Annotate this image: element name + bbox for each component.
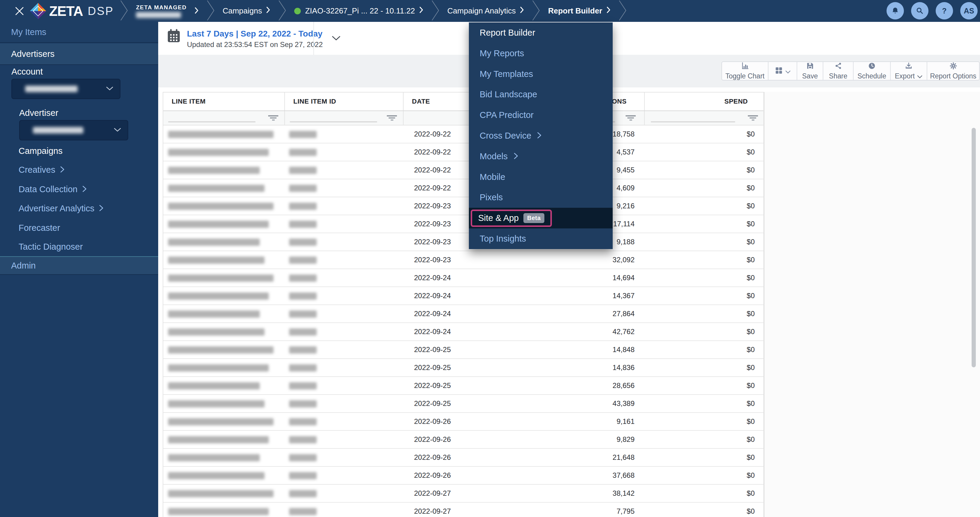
menu-item-models[interactable]: Models [469,146,612,167]
search-icon[interactable] [911,2,929,19]
gear-icon [950,62,957,71]
menu-item-report-builder[interactable]: Report Builder [469,22,612,43]
close-icon[interactable] [13,5,26,17]
masked-line-item-id [289,490,317,497]
chevron-down-icon [332,36,340,42]
menu-item-bid-landscape[interactable]: Bid Landscape [469,84,612,105]
account-value-masked [136,12,181,18]
filter-input[interactable] [651,121,735,122]
divider [313,22,314,55]
table-row[interactable]: 2022-09-2621,648$0 [163,449,764,467]
cell-date: 2022-09-25 [414,346,451,354]
breadcrumb-separator-icon [207,0,215,22]
breadcrumb-campaigns[interactable]: Campaigns [223,6,270,16]
table-row[interactable]: 2022-09-2514,848$0 [163,341,764,359]
chevron-down-icon [106,86,113,92]
table-row[interactable]: 2022-09-277,795$0 [163,503,764,517]
advertiser-select[interactable] [19,120,128,140]
cell-spend: $0 [747,400,755,408]
filter-cell-spend [644,111,765,125]
column-header-line-item-id[interactable]: LINE ITEM ID [284,92,403,111]
table-row[interactable]: 2022-09-2332,092$0 [163,251,764,269]
filter-icon[interactable] [748,115,758,121]
table-row[interactable]: 2022-09-2218,758$0 [163,125,764,143]
zeta-diamond-icon [29,2,47,20]
menu-item-my-reports[interactable]: My Reports [469,43,612,64]
chevron-down-icon [917,72,923,80]
breadcrumb-campaign-analytics[interactable]: Campaign Analytics [447,6,524,16]
table-row[interactable]: 2022-09-2414,367$0 [163,287,764,305]
menu-item-cpa-predictor[interactable]: CPA Predictor [469,105,612,125]
filter-input[interactable] [168,121,256,122]
breadcrumb-ziao-32267-pi-22-10-11-22[interactable]: ZIAO-32267_Pi ... 22 - 10.11.22 [294,6,423,16]
topbar-actions: ?AS [886,2,978,19]
table-row[interactable]: 2022-09-229,455$0 [163,161,764,179]
table-row[interactable]: 2022-09-224,537$0 [163,143,764,161]
toolbar-button-schedule[interactable]: Schedule [853,62,890,80]
table-row[interactable]: 2022-09-239,188$0 [163,233,764,251]
table-row[interactable]: 2022-09-2414,694$0 [163,269,764,287]
table-row[interactable]: 2022-09-2637,668$0 [163,467,764,485]
masked-line-item-id [289,131,317,138]
menu-item-my-templates[interactable]: My Templates [469,64,612,84]
cell-date: 2022-09-25 [414,381,451,390]
column-header-spend[interactable]: SPEND [644,92,765,111]
filter-input[interactable] [290,121,377,122]
account-select[interactable] [11,79,121,99]
toolbar-button-view-grid[interactable] [768,62,797,80]
avatar[interactable]: AS [960,2,978,19]
menu-item-cross-device[interactable]: Cross Device [469,125,612,146]
table-row[interactable]: 2022-09-269,161$0 [163,413,764,431]
help-icon[interactable]: ? [935,2,953,19]
table-body: 2022-09-2218,758$02022-09-224,537$02022-… [163,125,764,517]
cell-spend: $0 [747,328,755,336]
sidebar-item-data-collection[interactable]: Data Collection [19,184,87,194]
masked-line-item [168,454,260,461]
brand-suffix: DSP [88,5,114,17]
table-row[interactable]: 2022-09-2442,762$0 [163,323,764,341]
cell-impressions: 42,762 [612,328,635,336]
table-row[interactable]: 2022-09-239,216$0 [163,197,764,215]
table-row[interactable]: 2022-09-2514,836$0 [163,359,764,377]
vertical-scrollbar[interactable] [972,128,976,367]
table-row[interactable]: 2022-09-2738,142$0 [163,485,764,503]
date-range-picker[interactable]: Last 7 Days | Sep 22, 2022 - Today Updat… [167,29,340,49]
table-row[interactable]: 2022-09-2427,864$0 [163,305,764,323]
toolbar-button-save[interactable]: Save [797,62,823,80]
masked-line-item-id [289,149,317,156]
breadcrumb-report-builder[interactable]: Report Builder [548,6,611,16]
menu-item-mobile[interactable]: Mobile [469,167,612,187]
sidebar-item-creatives[interactable]: Creatives [19,165,64,175]
sidebar-item-advertisers[interactable]: Advertisers [0,43,158,65]
menu-item-label: Site & App [478,213,519,223]
table-row[interactable]: 2022-09-224,609$0 [163,179,764,197]
filter-icon[interactable] [625,115,636,121]
sidebar-item-my-items[interactable]: My Items [0,22,158,43]
toolbar-button-share[interactable]: Share [823,62,853,80]
cell-date: 2022-09-22 [414,148,451,156]
breadcrumb-label: Campaign Analytics [447,6,515,16]
menu-item-top-insights[interactable]: Top Insights [469,228,612,249]
toolbar-button-report-options[interactable]: Report Options [927,62,979,80]
filter-icon[interactable] [268,115,278,121]
breadcrumb-label: ZIAO-32267_Pi ... 22 - 10.11.22 [305,6,415,16]
filter-icon[interactable] [387,115,397,121]
toolbar-button-toggle-chart[interactable]: Toggle Chart [722,62,768,80]
table-row[interactable]: 2022-09-2317,114$0 [163,215,764,233]
sidebar-item-forecaster[interactable]: Forecaster [19,223,60,233]
breadcrumb-account[interactable]: ZETA MANAGED [136,4,187,18]
top-bar: ZETA DSP ZETA MANAGEDCampaignsZIAO-32267… [0,0,980,22]
bell-icon[interactable] [886,2,904,19]
table-row[interactable]: 2022-09-269,829$0 [163,431,764,449]
table-row[interactable]: 2022-09-2528,656$0 [163,377,764,395]
menu-item-pixels[interactable]: Pixels [469,187,612,208]
menu-item-site-app[interactable]: Site & AppBeta [469,208,612,228]
sidebar-item-admin[interactable]: Admin [0,256,158,275]
toolbar-button-export[interactable]: Export [890,62,927,80]
zeta-dsp-logo[interactable]: ZETA DSP [29,2,114,20]
column-header-line-item[interactable]: LINE ITEM [163,92,284,111]
table-row[interactable]: 2022-09-2543,389$0 [163,395,764,413]
sidebar-item-campaigns[interactable]: Campaigns [19,146,63,156]
sidebar-item-tactic-diagnoser[interactable]: Tactic Diagnoser [19,242,83,252]
sidebar-item-advertiser-analytics[interactable]: Advertiser Analytics [19,203,103,213]
